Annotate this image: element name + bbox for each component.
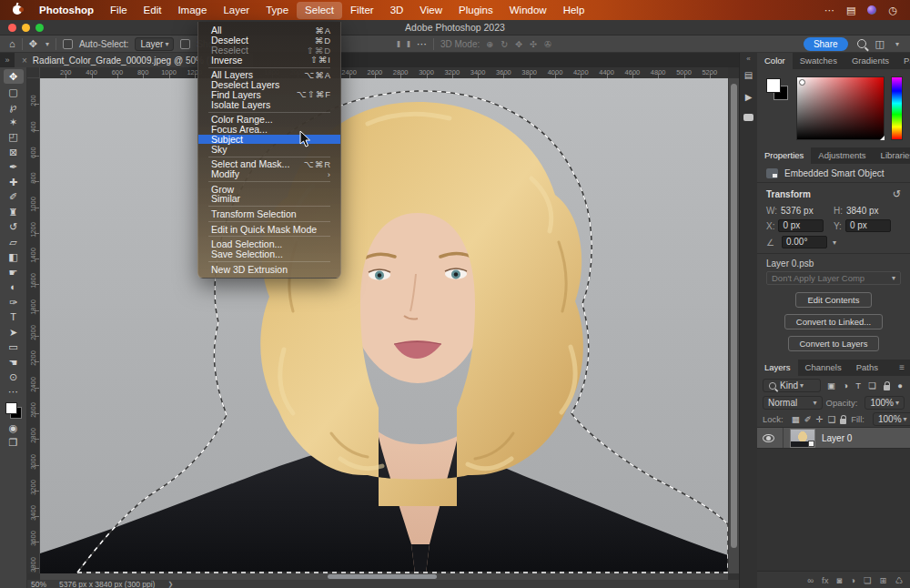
display-status-icon[interactable]: ▤ bbox=[846, 5, 855, 16]
link-layers-icon[interactable]: ∞ bbox=[807, 575, 814, 585]
menu-item-edit-in-quick-mask-mode[interactable]: Edit in Quick Mask Mode bbox=[198, 224, 340, 234]
layer-row[interactable]: Layer 0 bbox=[757, 428, 910, 449]
horizontal-scrollbar-thumb[interactable] bbox=[328, 574, 437, 579]
tab-swatches[interactable]: Swatches bbox=[793, 53, 844, 69]
foreground-color-swatch[interactable] bbox=[5, 402, 17, 414]
filter-type-layers-icon[interactable]: T bbox=[855, 380, 861, 390]
delete-layer-icon[interactable]: ♺ bbox=[895, 575, 903, 585]
gradient-tool[interactable]: ◧ bbox=[4, 249, 24, 264]
clock-icon[interactable]: ◷ bbox=[888, 5, 897, 16]
clone-stamp-tool[interactable]: ♜ bbox=[4, 205, 24, 219]
slide-3d-icon[interactable]: ✣ bbox=[530, 39, 537, 49]
rotation-field[interactable]: 0.00° bbox=[782, 236, 827, 248]
menu-item-all[interactable]: All⌘A bbox=[198, 25, 340, 35]
lock-artboard-icon[interactable]: ❑ bbox=[828, 414, 836, 424]
add-layer-mask-icon[interactable]: ◙ bbox=[836, 575, 842, 585]
drag-3d-icon[interactable]: ✥ bbox=[515, 39, 522, 49]
path-selection-tool[interactable]: ➤ bbox=[4, 325, 24, 340]
layer-thumbnail[interactable] bbox=[790, 429, 815, 448]
tab-patterns[interactable]: Patterns bbox=[896, 53, 910, 69]
move-tool-icon[interactable]: ✥ bbox=[29, 38, 37, 50]
tool-preset-caret-icon[interactable]: ▾ bbox=[46, 40, 49, 48]
auto-select-checkbox[interactable] bbox=[63, 39, 73, 49]
lasso-tool[interactable]: ℘ bbox=[4, 99, 24, 114]
menubar-item-filter[interactable]: Filter bbox=[342, 2, 382, 19]
tab-color[interactable]: Color bbox=[757, 53, 793, 69]
workspace-icon[interactable]: ◫ bbox=[875, 38, 885, 50]
filter-smart-objects-icon[interactable] bbox=[884, 385, 890, 390]
new-group-icon[interactable]: ❏ bbox=[864, 575, 872, 585]
tab-overflow-icon[interactable]: » bbox=[0, 53, 15, 67]
close-tab-icon[interactable]: × bbox=[22, 56, 27, 66]
filter-adjustment-layers-icon[interactable]: ◑ bbox=[843, 380, 848, 390]
status-expand-icon[interactable]: ❯ bbox=[167, 581, 173, 588]
tab-adjustments[interactable]: Adjustments bbox=[811, 147, 873, 164]
filter-pixel-layers-icon[interactable]: ▣ bbox=[827, 380, 835, 390]
home-icon[interactable]: ⌂ bbox=[9, 38, 15, 49]
object-selection-tool[interactable]: ✶ bbox=[4, 115, 24, 129]
menubar-item-file[interactable]: File bbox=[102, 2, 136, 19]
y-position-field[interactable]: 0 px bbox=[845, 219, 891, 232]
quick-mask-mode-icon[interactable]: ◉ bbox=[4, 421, 24, 435]
new-layer-icon[interactable]: ⊞ bbox=[880, 575, 887, 585]
menu-item-color-range[interactable]: Color Range... bbox=[198, 115, 340, 125]
panel-menu-icon[interactable]: ≡ bbox=[899, 360, 910, 376]
distribute-horizontal-icon[interactable]: ‖ bbox=[407, 39, 410, 49]
zoom-tool[interactable]: ⊙ bbox=[4, 370, 24, 384]
distribute-vertical-icon[interactable]: ‖ bbox=[397, 39, 400, 49]
edit-contents-button[interactable]: Edit Contents bbox=[795, 292, 871, 308]
history-icon[interactable]: ▤ bbox=[744, 70, 753, 80]
menubar-item-help[interactable]: Help bbox=[555, 2, 593, 19]
menubar-item-layer[interactable]: Layer bbox=[215, 2, 258, 19]
menubar-item-window[interactable]: Window bbox=[501, 2, 555, 19]
menu-item-load-selection[interactable]: Load Selection... bbox=[198, 239, 340, 249]
x-position-field[interactable]: 0 px bbox=[778, 219, 824, 232]
menu-item-select-and-mask[interactable]: Select and Mask...⌥⌘R bbox=[198, 159, 340, 169]
recording-dot-icon[interactable] bbox=[867, 5, 876, 15]
color-picker-marker[interactable] bbox=[799, 79, 805, 86]
dodge-tool[interactable]: ◐ bbox=[4, 279, 24, 294]
menu-item-save-selection[interactable]: Save Selection... bbox=[198, 249, 340, 259]
layer-name[interactable]: Layer 0 bbox=[822, 433, 852, 443]
layer-comp-dropdown[interactable]: Don't Apply Layer Comp ▾ bbox=[766, 271, 901, 285]
menu-item-find-layers[interactable]: Find Layers⌥⇧⌘F bbox=[198, 90, 340, 100]
menu-item-reselect[interactable]: Reselect⇧⌘D bbox=[198, 46, 340, 56]
menu-item-subject[interactable]: Subject bbox=[198, 135, 340, 145]
menu-item-new-3d-extrusion[interactable]: New 3D Extrusion bbox=[198, 264, 340, 274]
reset-transform-icon[interactable]: ↺ bbox=[893, 188, 901, 200]
eraser-tool[interactable]: ▱ bbox=[4, 235, 24, 249]
healing-brush-tool[interactable]: ✚ bbox=[4, 175, 24, 189]
apple-icon[interactable] bbox=[13, 5, 22, 15]
document-canvas[interactable] bbox=[40, 78, 728, 573]
filter-kind-dropdown[interactable]: Kind ▾ bbox=[763, 379, 821, 392]
orbit-3d-icon[interactable]: ⊕ bbox=[486, 39, 493, 49]
menu-item-grow[interactable]: Grow bbox=[198, 184, 340, 194]
filter-shape-layers-icon[interactable]: ❏ bbox=[868, 380, 876, 390]
tab-properties[interactable]: Properties bbox=[757, 147, 811, 164]
search-icon[interactable] bbox=[857, 39, 866, 48]
menu-item-isolate-layers[interactable]: Isolate Layers bbox=[198, 99, 340, 109]
edit-toolbar-icon[interactable]: ⋯ bbox=[4, 384, 24, 399]
menubar-item-3d[interactable]: 3D bbox=[382, 2, 412, 19]
menu-item-focus-area[interactable]: Focus Area... bbox=[198, 125, 340, 135]
menubar-item-edit[interactable]: Edit bbox=[136, 2, 170, 19]
zoom-level[interactable]: 50% bbox=[31, 580, 46, 588]
smudge-tool[interactable]: ☛ bbox=[4, 265, 24, 279]
eyedropper-tool[interactable]: ✒ bbox=[4, 159, 24, 174]
tab-channels[interactable]: Channels bbox=[798, 360, 849, 376]
brush-tool[interactable]: ✐ bbox=[4, 189, 24, 204]
menubar-item-type[interactable]: Type bbox=[258, 2, 297, 19]
convert-to-linked-button[interactable]: Convert to Linked... bbox=[784, 314, 883, 329]
vertical-scrollbar[interactable] bbox=[728, 78, 739, 573]
share-button[interactable]: Share bbox=[804, 37, 848, 51]
menu-item-all-layers[interactable]: All Layers⌥⌘A bbox=[198, 70, 340, 80]
actions-icon[interactable]: ▶ bbox=[745, 92, 753, 102]
more-status-icon[interactable]: ⋯ bbox=[824, 5, 834, 16]
lock-pixels-icon[interactable]: ✐ bbox=[804, 414, 812, 424]
filter-toggle-icon[interactable]: ● bbox=[897, 380, 903, 390]
crop-tool[interactable]: ◰ bbox=[4, 129, 24, 144]
type-tool[interactable]: T bbox=[4, 309, 24, 324]
lock-position-icon[interactable]: ✛ bbox=[816, 414, 824, 424]
menubar-item-view[interactable]: View bbox=[411, 2, 450, 19]
menubar-item-select[interactable]: Select bbox=[297, 2, 342, 19]
